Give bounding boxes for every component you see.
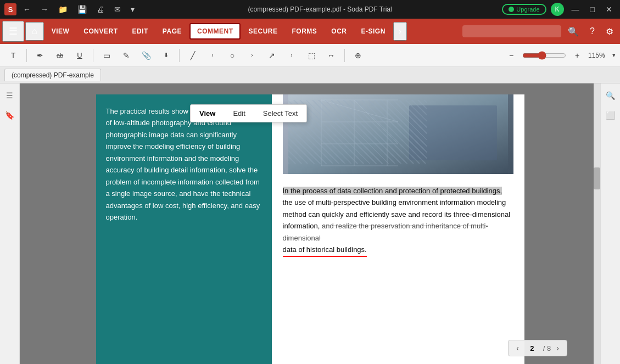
print-btn[interactable]: 🖨 <box>93 5 108 14</box>
sep3 <box>179 49 180 62</box>
main-layout: ☰ 🔖 View Edit Select Text The practical … <box>0 83 620 364</box>
prev-page-btn[interactable]: ‹ <box>514 343 521 354</box>
pdf-highlighted-text: In the process of data collection and pr… <box>283 187 502 195</box>
upgrade-dot <box>509 7 514 12</box>
home-button[interactable]: ⌂ <box>25 22 44 41</box>
maximize-button[interactable]: □ <box>587 5 598 14</box>
more-btn[interactable]: ▾ <box>127 5 138 14</box>
menu-more-button[interactable]: › <box>393 22 407 41</box>
zoom-in-btn[interactable]: + <box>568 47 586 64</box>
forward-btn[interactable]: → <box>37 5 52 14</box>
oval-tool[interactable]: ○ <box>224 47 241 64</box>
arrow-more-btn[interactable]: › <box>283 47 300 64</box>
zoom-value: 115% <box>588 52 610 59</box>
title-bar: S ← → 📁 💾 🖨 ✉ ▾ (compressed) PDF-example… <box>0 0 620 19</box>
save-btn[interactable]: 💾 <box>74 5 90 14</box>
page-navigation: ‹ / 8 › <box>508 340 567 356</box>
title-bar-center: (compressed) PDF-example.pdf - Soda PDF … <box>142 5 498 13</box>
underline-tool[interactable]: U <box>71 47 88 64</box>
oval-more-btn[interactable]: › <box>243 47 261 64</box>
sep1 <box>26 49 27 62</box>
menu-bar: ☰ ⌂ VIEW CONVERT EDIT PAGE COMMENT SECUR… <box>0 19 620 44</box>
sticky-note-tool[interactable]: ▭ <box>98 47 115 64</box>
avatar[interactable]: K <box>551 3 564 16</box>
sep2 <box>93 49 93 62</box>
title-bar-left: S ← → 📁 💾 🖨 ✉ ▾ <box>4 3 138 15</box>
page-total: / 8 <box>543 344 551 352</box>
arrow-tool[interactable]: ↗ <box>263 47 281 64</box>
context-menu-edit[interactable]: Edit <box>224 105 254 122</box>
title-bar-right: Upgrade K — □ ✕ <box>502 3 616 16</box>
menu-right: 🔍 ? ⚙ <box>462 24 618 39</box>
page-number-input[interactable] <box>524 344 540 352</box>
strikethrough-tool[interactable]: ab <box>51 47 69 64</box>
hamburger-menu[interactable]: ☰ <box>2 21 24 42</box>
pdf-underlined-text: data of historical buildings. <box>283 244 367 256</box>
upgrade-button[interactable]: Upgrade <box>502 4 546 15</box>
pdf-right-text: In the process of data collection and pr… <box>283 185 513 257</box>
scrollbar-thumb[interactable] <box>594 167 600 189</box>
scrollbar[interactable] <box>594 83 600 364</box>
context-menu-view[interactable]: View <box>191 105 224 122</box>
context-menu: View Edit Select Text <box>190 104 307 122</box>
svg-line-9 <box>354 100 398 144</box>
context-menu-select[interactable]: Select Text <box>254 105 306 122</box>
text-tool[interactable]: T <box>4 47 22 64</box>
menu-item-ocr[interactable]: OCR <box>325 24 353 38</box>
upgrade-label: Upgrade <box>516 6 539 13</box>
right-sidebar-fit-icon[interactable]: ⬜ <box>603 108 618 123</box>
next-page-btn[interactable]: › <box>554 343 561 354</box>
pdf-right-column: In the process of data collection and pr… <box>272 94 524 364</box>
attach-tool[interactable]: 📎 <box>137 47 155 64</box>
left-sidebar: ☰ 🔖 <box>0 83 20 364</box>
menu-item-esign[interactable]: E-SIGN <box>355 24 392 38</box>
tabs-bar: (compressed) PDF-example <box>0 67 620 83</box>
zoom-control: − + 115% ▾ <box>502 47 616 64</box>
menu-item-edit[interactable]: EDIT <box>126 24 155 38</box>
menu-item-page[interactable]: PAGE <box>156 24 188 38</box>
menu-item-forms[interactable]: FORMS <box>286 24 324 38</box>
area-tool[interactable]: ⬚ <box>303 47 320 64</box>
sep4 <box>344 49 345 62</box>
right-sidebar: 🔍 ⬜ <box>600 83 620 364</box>
line-tool[interactable]: ╱ <box>184 47 202 64</box>
pdf-image <box>283 94 513 174</box>
svg-rect-10 <box>409 105 497 160</box>
highlight-tool[interactable]: ✎ <box>118 47 135 64</box>
app-logo: S <box>4 3 16 15</box>
search-icon-btn[interactable]: 🔍 <box>563 24 583 39</box>
stamp-tool[interactable]: ⬇ <box>157 47 175 64</box>
settings-btn[interactable]: ⚙ <box>601 24 618 39</box>
line-more-btn[interactable]: › <box>204 47 221 64</box>
zoom-out-btn[interactable]: − <box>502 47 520 64</box>
pdf-page: The practical results show that through … <box>96 94 524 364</box>
menu-item-secure[interactable]: SECURE <box>242 24 284 38</box>
back-btn[interactable]: ← <box>20 5 34 14</box>
menu-item-comment[interactable]: COMMENT <box>189 23 241 40</box>
pen-tool[interactable]: ✒ <box>31 47 49 64</box>
sidebar-panels-icon[interactable]: ☰ <box>2 88 18 103</box>
zoom-slider[interactable] <box>522 51 566 60</box>
menu-item-view[interactable]: VIEW <box>45 24 76 38</box>
measure-tool[interactable]: ↔ <box>322 47 340 64</box>
sidebar-bookmarks-icon[interactable]: 🔖 <box>2 108 18 123</box>
tab-pdf[interactable]: (compressed) PDF-example <box>4 69 101 81</box>
open-btn[interactable]: 📁 <box>55 5 71 14</box>
annotation-toolbar: T ✒ ab U ▭ ✎ 📎 ⬇ ╱ › ○ › ↗ › ⬚ ↔ ⊕ − + 1… <box>0 44 620 67</box>
pdf-left-text: The practical results show that through … <box>106 105 262 223</box>
extra-tool[interactable]: ⊕ <box>349 47 367 64</box>
close-button[interactable]: ✕ <box>602 5 616 14</box>
pdf-left-column: The practical results show that through … <box>96 94 272 364</box>
right-sidebar-search-icon[interactable]: 🔍 <box>603 88 618 103</box>
svg-line-8 <box>321 100 398 122</box>
email-btn[interactable]: ✉ <box>111 5 124 14</box>
window-title: (compressed) PDF-example.pdf - Soda PDF … <box>248 5 392 13</box>
search-input[interactable] <box>462 25 561 37</box>
pdf-area: View Edit Select Text The practical resu… <box>20 83 600 364</box>
zoom-dropdown-btn[interactable]: ▾ <box>612 52 616 59</box>
menu-item-convert[interactable]: CONVERT <box>77 24 124 38</box>
help-btn[interactable]: ? <box>585 24 599 38</box>
minimize-button[interactable]: — <box>568 5 583 14</box>
